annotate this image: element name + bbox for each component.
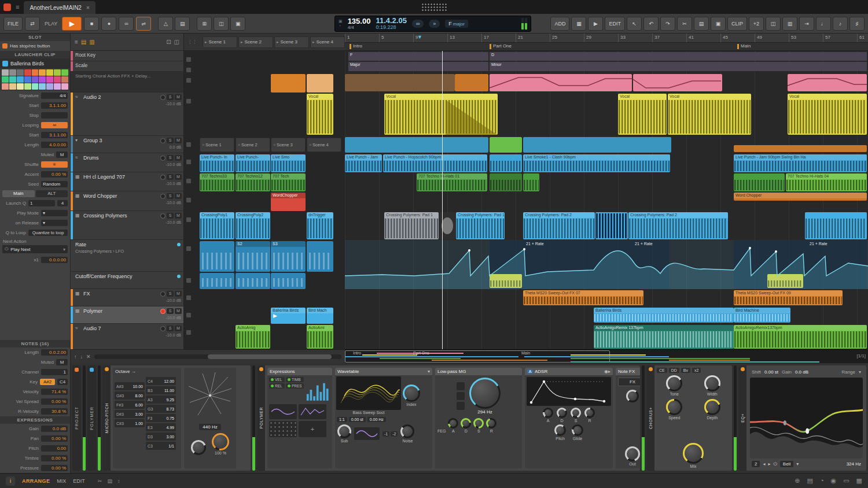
mix-knob[interactable] bbox=[683, 443, 704, 464]
toolbar-button[interactable]: ♩ bbox=[816, 17, 831, 31]
field-value[interactable]: 0.00 % bbox=[41, 455, 68, 461]
record-arm-button[interactable] bbox=[160, 291, 165, 297]
arranger-clip[interactable]: ActioAmigoRemix137bpm bbox=[734, 325, 867, 349]
gain-value[interactable]: 0.0 dB bbox=[795, 369, 808, 375]
field-value[interactable]: 1 bbox=[28, 200, 55, 206]
pitch-cell[interactable]: B311.00 bbox=[146, 386, 176, 394]
wavetable-name[interactable]: Bass Sweep Soct bbox=[336, 411, 401, 415]
pitch-cell[interactable]: F30.75 bbox=[146, 414, 176, 422]
track-header[interactable]: Rate Crossing Polymers › LFO S M bbox=[71, 240, 183, 272]
arranger-clip[interactable]: Live Punch - Jam 90bpm Swing Bin Ha bbox=[734, 154, 867, 172]
field-value[interactable] bbox=[41, 112, 68, 119]
statusbar-icon[interactable]: ▤ bbox=[807, 477, 813, 485]
field-value[interactable]: 4/4 bbox=[41, 93, 68, 99]
launcher-clip[interactable] bbox=[271, 273, 306, 289]
envelope-knob[interactable] bbox=[543, 408, 553, 418]
palette-swatch[interactable] bbox=[24, 69, 31, 76]
minibar-icon[interactable]: ✕ bbox=[86, 354, 91, 360]
adsr-header[interactable]: ADSR bbox=[535, 369, 547, 374]
envelope-knob[interactable] bbox=[571, 408, 581, 418]
checkbox-icon[interactable] bbox=[2, 43, 8, 49]
solo-button[interactable]: S bbox=[167, 291, 174, 297]
wavetable-display[interactable] bbox=[336, 376, 401, 410]
section-marker[interactable]: Intro bbox=[350, 43, 362, 49]
tempo-display[interactable]: 135.00 bbox=[348, 17, 371, 25]
scene-header[interactable]: ▸Scene 3 bbox=[274, 36, 309, 48]
launcher-clip[interactable]: Live Punch- bbox=[236, 154, 270, 172]
fx-tab[interactable]: FX bbox=[618, 378, 640, 386]
launcher-clip[interactable]: 707 Techno12 bbox=[236, 173, 270, 191]
expression-toggle[interactable]: PRES bbox=[286, 383, 304, 389]
launcher-clip[interactable]: Live Punch- In bbox=[200, 154, 234, 172]
solo-button[interactable]: S bbox=[167, 326, 174, 331]
field-value[interactable]: M bbox=[56, 359, 68, 365]
groove-button[interactable]: ▤ bbox=[175, 17, 190, 31]
launcher-clip[interactable]: Ballerina Birds bbox=[271, 308, 306, 324]
arranger-clip[interactable]: F bbox=[348, 52, 488, 61]
clip-stop-button[interactable] bbox=[186, 246, 191, 251]
arranger-clip[interactable] bbox=[595, 212, 628, 239]
arranger-clip[interactable] bbox=[523, 173, 539, 191]
feg-label[interactable]: FEG bbox=[437, 429, 446, 433]
launcher-clip[interactable] bbox=[200, 241, 234, 272]
chorus-mode-button[interactable]: Bv bbox=[681, 368, 690, 373]
toolbar-button[interactable]: ↖ bbox=[627, 17, 642, 31]
statusbar-icon[interactable]: ◉ bbox=[831, 477, 837, 485]
arranger-clip[interactable]: Live Punch - Hopscotch 90bpm bbox=[383, 154, 487, 172]
sub-knob[interactable] bbox=[337, 424, 351, 438]
launcher-clip[interactable]: CrossingPoly2 bbox=[236, 212, 270, 239]
palette-swatch[interactable] bbox=[32, 69, 39, 76]
out-knob[interactable] bbox=[625, 446, 640, 461]
arranger-clip[interactable]: Minor bbox=[490, 62, 867, 71]
minibar-icon[interactable]: ↑ bbox=[74, 354, 77, 360]
palette-swatch[interactable] bbox=[24, 83, 31, 90]
toolbar-button[interactable]: ↷ bbox=[660, 17, 675, 31]
expression-toggle[interactable]: REL bbox=[269, 383, 285, 389]
polymer-device-tab[interactable]: POLYMER bbox=[87, 365, 96, 471]
device-title-chorus[interactable]: CHORUS+ bbox=[646, 365, 654, 471]
expression-toggle[interactable]: TIMB bbox=[286, 377, 304, 382]
play-button[interactable]: ▶ bbox=[62, 17, 82, 31]
track-header[interactable]: ≈ Drums S M -10.0 dB bbox=[71, 153, 183, 172]
chorus-knob[interactable] bbox=[666, 375, 682, 391]
playhead[interactable] bbox=[442, 51, 443, 349]
launcher-clip[interactable]: ActioAmig bbox=[236, 325, 270, 349]
chorus-mode-button[interactable]: x2 bbox=[692, 368, 701, 373]
palette-swatch[interactable] bbox=[39, 83, 46, 90]
palette-swatch[interactable] bbox=[17, 76, 24, 83]
aux-knob[interactable] bbox=[554, 424, 566, 436]
octave-header[interactable]: Octave → bbox=[113, 368, 181, 375]
app-icon[interactable] bbox=[3, 3, 11, 11]
field-value[interactable]: 0.00 bbox=[41, 445, 68, 452]
launcher-clip[interactable]: Bird Mach bbox=[307, 308, 333, 324]
scene-header[interactable]: ▸Scene 4 bbox=[310, 36, 345, 48]
solo-button[interactable]: S bbox=[167, 213, 174, 219]
clip-stop-button[interactable] bbox=[186, 57, 191, 62]
cue-marker[interactable]: ▼ bbox=[417, 34, 422, 40]
clip-stop-button[interactable] bbox=[186, 313, 191, 317]
mute-button[interactable]: M bbox=[175, 326, 182, 331]
arranger-clip[interactable]: Vocal bbox=[788, 94, 867, 135]
menu-icon[interactable]: ≡ bbox=[16, 3, 19, 10]
feg-knob[interactable] bbox=[461, 418, 471, 428]
arranger-clip[interactable] bbox=[805, 212, 867, 239]
arranger-clip[interactable]: Vocal bbox=[618, 94, 667, 135]
loop-toggle[interactable]: ∞ bbox=[412, 20, 424, 28]
field-value[interactable]: 3.1.1.00 bbox=[41, 132, 68, 138]
track-volume[interactable]: -10.0 dB bbox=[166, 220, 181, 224]
shift-value[interactable]: 0.00 st bbox=[764, 369, 778, 375]
field-value[interactable]: ≡ bbox=[41, 161, 68, 168]
field-value[interactable]: 0.00 % bbox=[41, 465, 68, 471]
wavetable-header[interactable]: Wavetable bbox=[337, 369, 359, 374]
arranger-clip[interactable]: Crossing Polymers: Pad 2 bbox=[628, 212, 728, 239]
track-header[interactable]: ▦ HH cl Legend 707 S M -10.0 dB bbox=[71, 172, 183, 191]
tab-main[interactable]: Main bbox=[2, 190, 35, 197]
envelope-display[interactable] bbox=[527, 377, 611, 406]
toolbar-button[interactable]: ▶ bbox=[588, 17, 603, 31]
rate-automation-curve[interactable] bbox=[345, 240, 868, 289]
arranger-clip[interactable] bbox=[490, 173, 522, 191]
palette-swatch[interactable] bbox=[32, 76, 39, 83]
clip-stop-button[interactable] bbox=[186, 330, 191, 335]
horizontal-scrollbar[interactable] bbox=[94, 354, 341, 359]
feg-knob[interactable] bbox=[473, 418, 484, 428]
